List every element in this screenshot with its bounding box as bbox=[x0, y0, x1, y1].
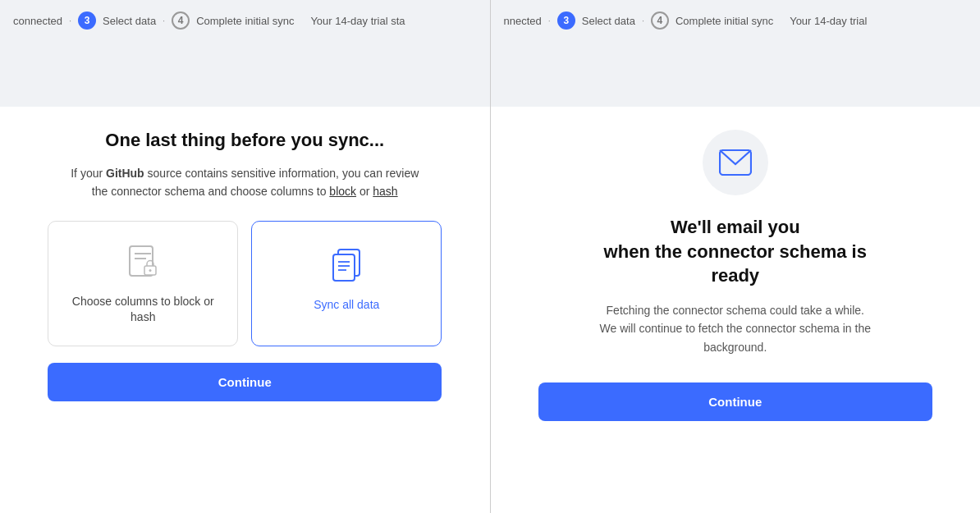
trial-text-left: Your 14-day trial sta bbox=[310, 15, 405, 27]
svg-rect-6 bbox=[333, 254, 355, 281]
left-steps: connected · 3 Select data · 4 Complete i… bbox=[13, 11, 405, 30]
dot-left-2: · bbox=[163, 16, 165, 25]
step-select-data-right: Select data bbox=[582, 15, 635, 27]
step-badge-3-left: 3 bbox=[78, 11, 96, 30]
step-connected-left: connected bbox=[13, 15, 62, 27]
left-panel: connected · 3 Select data · 4 Complete i… bbox=[0, 0, 490, 513]
file-lock-icon bbox=[121, 241, 164, 284]
right-panel: nnected · 3 Select data · 4 Complete ini… bbox=[490, 0, 981, 513]
email-description: Fetching the connector schema could take… bbox=[571, 301, 900, 356]
continue-button-right[interactable]: Continue bbox=[538, 382, 932, 421]
continue-button-left[interactable]: Continue bbox=[48, 363, 442, 401]
right-steps: nnected · 3 Select data · 4 Complete ini… bbox=[504, 11, 868, 30]
step-badge-4-right: 4 bbox=[651, 11, 669, 30]
option-sync-all-label: Sync all data bbox=[314, 297, 379, 314]
trial-text-right: Your 14-day trial bbox=[790, 15, 867, 27]
left-content: One last thing before you sync... If you… bbox=[0, 107, 490, 513]
page-title-left: One last thing before you sync... bbox=[105, 130, 384, 151]
right-content: We'll email you when the connector schem… bbox=[491, 107, 981, 513]
options-row: Choose columns to block or hash Sync all… bbox=[48, 221, 442, 346]
step-connected-right: nnected bbox=[504, 15, 542, 27]
step-badge-4-left: 4 bbox=[172, 11, 190, 30]
dot-right-1: · bbox=[548, 16, 551, 25]
option-block-hash-label: Choose columns to block or hash bbox=[62, 294, 224, 326]
description-left: If your GitHub source contains sensitive… bbox=[64, 164, 425, 201]
dot-left-1: · bbox=[69, 16, 71, 25]
github-brand: GitHub bbox=[106, 167, 144, 180]
sync-docs-icon bbox=[323, 241, 369, 287]
email-icon bbox=[719, 149, 752, 176]
email-icon-wrap bbox=[703, 130, 768, 195]
option-block-hash[interactable]: Choose columns to block or hash bbox=[48, 221, 238, 346]
right-top-bar: nnected · 3 Select data · 4 Complete ini… bbox=[491, 0, 981, 107]
block-link[interactable]: block bbox=[329, 185, 356, 198]
dot-right-2: · bbox=[642, 16, 644, 25]
option-sync-all[interactable]: Sync all data bbox=[251, 221, 442, 346]
email-title: We'll email you when the connector schem… bbox=[579, 215, 891, 288]
step-badge-3-right: 3 bbox=[557, 11, 575, 30]
step-select-data-left: Select data bbox=[103, 15, 156, 27]
step-complete-sync-right: Complete initial sync bbox=[675, 15, 773, 27]
hash-link[interactable]: hash bbox=[373, 185, 397, 198]
svg-point-4 bbox=[149, 269, 152, 272]
left-top-bar: connected · 3 Select data · 4 Complete i… bbox=[0, 0, 490, 107]
step-complete-sync-left: Complete initial sync bbox=[196, 15, 294, 27]
